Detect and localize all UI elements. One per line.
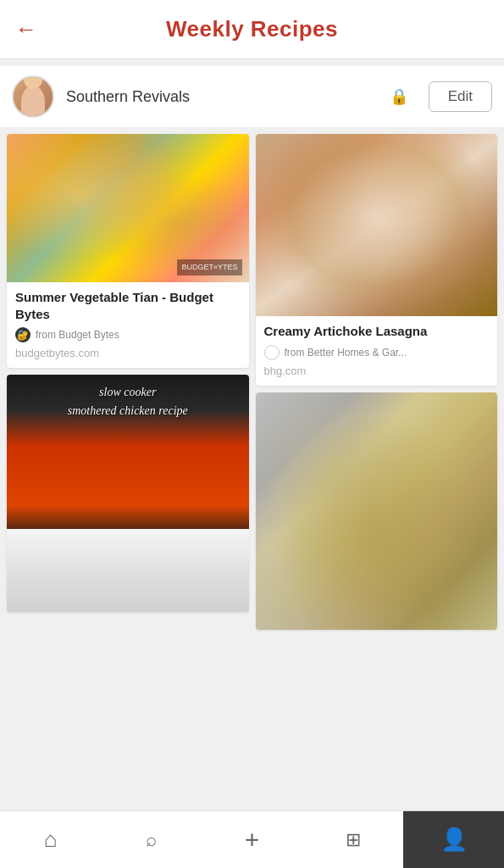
recipe-card-3[interactable] xyxy=(7,375,249,612)
source-text-2: from Better Homes & Gar... xyxy=(285,347,407,359)
card-source-2: ❁ from Better Homes & Gar... xyxy=(264,345,490,360)
back-button[interactable]: ← xyxy=(15,16,37,42)
profile-name: Southern Revivals xyxy=(66,88,378,106)
page-title: Weekly Recipes xyxy=(166,16,338,42)
recipe-card-1[interactable]: Summer Vegetable Tian - Budget Bytes 🔐 f… xyxy=(7,134,249,368)
card-url-2: bhg.com xyxy=(264,364,490,377)
avatar xyxy=(12,75,54,118)
header: ← Weekly Recipes xyxy=(0,0,504,59)
edit-button[interactable]: Edit xyxy=(429,81,492,112)
messages-icon: ⊞ xyxy=(346,829,361,851)
recipe-card-2[interactable]: Creamy Artichoke Lasagna ❁ from Better H… xyxy=(256,134,498,386)
source-text-1: from Budget Bytes xyxy=(36,329,119,341)
bottom-nav: ⌂ ⌕ + ⊞ 👤 xyxy=(0,810,504,868)
right-column: Creamy Artichoke Lasagna ❁ from Better H… xyxy=(256,134,498,630)
recipe-image-3 xyxy=(7,375,249,612)
recipe-image-4 xyxy=(256,392,498,630)
nav-add[interactable]: + xyxy=(202,811,302,868)
card-source-1: 🔐 from Budget Bytes xyxy=(15,327,241,342)
recipe-image-1 xyxy=(7,134,249,282)
profile-bar: Southern Revivals 🔒 Edit xyxy=(0,66,504,127)
profile-icon: 👤 xyxy=(440,826,468,853)
recipe-image-2 xyxy=(256,134,498,316)
nav-search[interactable]: ⌕ xyxy=(101,811,202,868)
search-icon: ⌕ xyxy=(146,829,157,851)
card-body-1: Summer Vegetable Tian - Budget Bytes 🔐 f… xyxy=(7,282,249,368)
card-title-1: Summer Vegetable Tian - Budget Bytes xyxy=(15,289,241,322)
home-icon: ⌂ xyxy=(44,826,58,853)
source-icon-2: ❁ xyxy=(264,345,280,360)
add-icon: + xyxy=(245,826,260,854)
nav-profile[interactable]: 👤 xyxy=(403,811,504,868)
card-body-2: Creamy Artichoke Lasagna ❁ from Better H… xyxy=(256,316,498,386)
card-url-1: budgetbytes.com xyxy=(15,347,241,359)
recipe-card-4[interactable] xyxy=(256,392,498,630)
content-grid: Summer Vegetable Tian - Budget Bytes 🔐 f… xyxy=(0,127,504,630)
source-icon-1: 🔐 xyxy=(15,327,30,342)
left-column: Summer Vegetable Tian - Budget Bytes 🔐 f… xyxy=(7,134,249,630)
nav-home[interactable]: ⌂ xyxy=(0,811,101,868)
lock-icon: 🔒 xyxy=(390,87,408,106)
card-title-2: Creamy Artichoke Lasagna xyxy=(264,323,490,340)
nav-messages[interactable]: ⊞ xyxy=(302,811,403,868)
